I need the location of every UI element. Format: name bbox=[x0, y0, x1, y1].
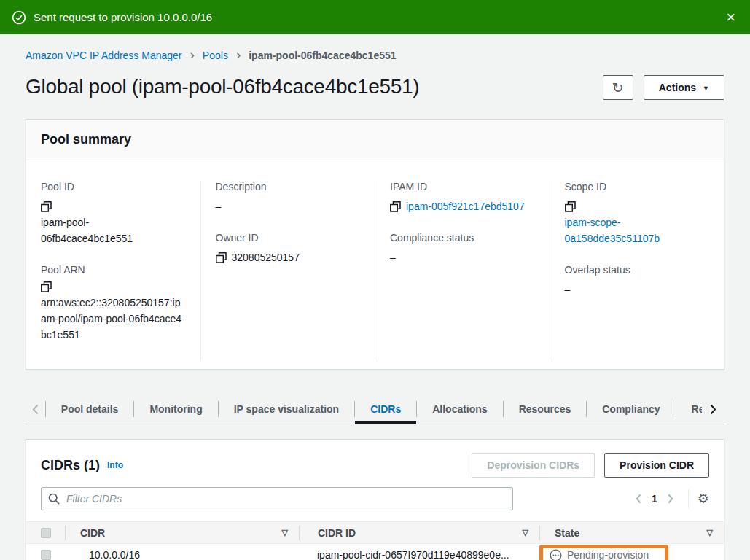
breadcrumb-separator-icon: › bbox=[236, 50, 241, 60]
chevron-left-icon bbox=[636, 494, 641, 504]
copy-icon[interactable] bbox=[565, 201, 576, 212]
tab-label: Compliancy bbox=[602, 403, 660, 415]
summary-column-4: Scope ID ipam-scope-0a158dde35c51107b Ov… bbox=[550, 181, 724, 360]
field-compliance-status: Compliance status – bbox=[390, 232, 535, 265]
search-icon bbox=[48, 493, 60, 505]
tab-label: Pool details bbox=[61, 403, 119, 415]
provision-cidr-button[interactable]: Provision CIDR bbox=[604, 453, 709, 478]
previous-page-button[interactable] bbox=[631, 494, 646, 504]
select-all-checkbox[interactable] bbox=[41, 528, 51, 538]
row-checkbox[interactable] bbox=[41, 550, 51, 560]
field-description: Description – bbox=[216, 181, 361, 214]
caret-down-icon: ▼ bbox=[703, 85, 709, 92]
overlap-status-value: – bbox=[565, 281, 710, 298]
tab-cidrs[interactable]: CIDRs bbox=[355, 394, 416, 424]
tab-label: CIDRs bbox=[370, 403, 401, 415]
cell-state: Pending-provision bbox=[539, 549, 724, 560]
actions-button[interactable]: Actions ▼ bbox=[644, 75, 724, 100]
field-pool-id: Pool ID ipam-pool-06fb4cace4bc1e551 bbox=[41, 181, 186, 246]
pending-icon bbox=[550, 549, 562, 560]
refresh-button[interactable]: ↻ bbox=[603, 75, 633, 100]
field-overlap-status: Overlap status – bbox=[565, 264, 710, 298]
field-label: Owner ID bbox=[216, 232, 361, 244]
sort-icon[interactable]: ▽ bbox=[707, 528, 713, 537]
owner-id-value: 320805250157 bbox=[232, 252, 300, 263]
cidrs-panel: CIDRs (1) Info Deprovision CIDRs Provisi… bbox=[26, 439, 724, 560]
pool-summary-header: Pool summary bbox=[26, 120, 724, 160]
cell-cidr: 10.0.0.0/16 bbox=[89, 549, 140, 560]
refresh-icon: ↻ bbox=[612, 79, 624, 96]
field-label: Pool ID bbox=[41, 181, 186, 192]
tabs-scroll-left-button[interactable] bbox=[26, 394, 45, 424]
compliance-status-value: – bbox=[390, 249, 535, 265]
tab-allocations[interactable]: Allocations bbox=[417, 394, 502, 424]
column-header-cidr-id[interactable]: CIDR ID bbox=[318, 527, 356, 539]
filter-input-box bbox=[41, 487, 513, 510]
tab-label: Allocations bbox=[432, 403, 487, 415]
table-header: CIDR ▽ CIDR ID ▽ State ▽ bbox=[26, 521, 724, 544]
tab-label: Reso bbox=[692, 403, 703, 415]
field-label: Scope ID bbox=[565, 181, 710, 192]
sort-icon[interactable]: ▽ bbox=[282, 528, 288, 537]
field-label: IPAM ID bbox=[390, 181, 535, 192]
pool-arn-value: arn:aws:ec2::320805250157:ipam-pool/ipam… bbox=[41, 297, 181, 341]
breadcrumb-link-pools[interactable]: Pools bbox=[203, 50, 228, 61]
cidrs-title: CIDRs (1) bbox=[41, 458, 100, 473]
copy-icon[interactable] bbox=[390, 201, 401, 212]
chevron-right-icon bbox=[710, 404, 716, 415]
field-label: Compliance status bbox=[390, 232, 535, 244]
summary-column-1: Pool ID ipam-pool-06fb4cace4bc1e551 Pool… bbox=[26, 181, 200, 360]
sort-icon[interactable]: ▽ bbox=[523, 528, 528, 537]
copy-icon[interactable] bbox=[41, 281, 181, 292]
tab-resource-truncated[interactable]: Reso bbox=[676, 394, 703, 424]
summary-column-2: Description – Owner ID 320805250157 bbox=[200, 181, 375, 360]
table-row: 10.0.0.0/16 ipam-pool-cidr-0657f970d119e… bbox=[26, 544, 724, 560]
tab-label: Resources bbox=[519, 403, 571, 415]
tab-monitoring[interactable]: Monitoring bbox=[134, 394, 217, 424]
field-label: Pool ARN bbox=[41, 264, 186, 276]
column-header-cidr[interactable]: CIDR bbox=[80, 527, 105, 539]
field-label: Overlap status bbox=[565, 264, 710, 276]
breadcrumb-link-ipam[interactable]: Amazon VPC IP Address Manager bbox=[26, 50, 182, 61]
breadcrumb: Amazon VPC IP Address Manager › Pools › … bbox=[26, 50, 724, 61]
column-header-state[interactable]: State bbox=[555, 527, 579, 539]
pool-id-value: ipam-pool-06fb4cace4bc1e551 bbox=[41, 214, 176, 246]
actions-button-label: Actions bbox=[659, 82, 696, 93]
tab-bar: Pool details Monitoring IP space visuali… bbox=[26, 394, 724, 424]
description-value: – bbox=[216, 198, 361, 214]
filter-cidrs-input[interactable] bbox=[65, 492, 506, 505]
chevron-right-icon bbox=[668, 494, 673, 504]
deprovision-cidrs-button[interactable]: Deprovision CIDRs bbox=[472, 453, 595, 478]
banner-message: Sent request to provision 10.0.0.0/16 bbox=[34, 11, 212, 23]
next-page-button[interactable] bbox=[663, 494, 678, 504]
tab-pool-details[interactable]: Pool details bbox=[46, 394, 134, 424]
check-circle-icon bbox=[12, 10, 26, 25]
info-link[interactable]: Info bbox=[107, 460, 123, 470]
state-badge: Pending-provision bbox=[567, 549, 649, 560]
field-ipam-id: IPAM ID ipam-005f921c17ebd5107 bbox=[390, 181, 535, 214]
tab-compliancy[interactable]: Compliancy bbox=[587, 394, 675, 424]
field-pool-arn: Pool ARN arn:aws:ec2::320805250157:ipam-… bbox=[41, 264, 186, 343]
tab-resources[interactable]: Resources bbox=[504, 394, 587, 424]
scope-id-link[interactable]: ipam-scope-0a158dde35c51107b bbox=[565, 214, 700, 246]
copy-icon[interactable] bbox=[216, 252, 227, 263]
copy-icon[interactable] bbox=[41, 201, 52, 212]
summary-column-3: IPAM ID ipam-005f921c17ebd5107 Complianc… bbox=[375, 181, 550, 360]
page-title: Global pool (ipam-pool-06fb4cace4bc1e551… bbox=[26, 75, 419, 98]
chevron-left-icon bbox=[32, 404, 39, 415]
field-owner-id: Owner ID 320805250157 bbox=[216, 232, 361, 265]
success-banner: Sent request to provision 10.0.0.0/16 × bbox=[0, 0, 750, 34]
preferences-gear-icon[interactable]: ⚙ bbox=[698, 491, 709, 507]
ipam-id-link[interactable]: ipam-005f921c17ebd5107 bbox=[406, 201, 525, 212]
field-label: Description bbox=[216, 181, 361, 192]
tabs-scroll-right-button[interactable] bbox=[702, 394, 724, 424]
tab-label: IP space visualization bbox=[234, 403, 339, 415]
tab-label: Monitoring bbox=[149, 403, 202, 415]
pagination: 1 ⚙ bbox=[631, 489, 709, 508]
breadcrumb-current: ipam-pool-06fb4cace4bc1e551 bbox=[249, 50, 396, 61]
tab-ip-space-visualization[interactable]: IP space visualization bbox=[219, 394, 354, 424]
close-icon[interactable]: × bbox=[723, 9, 738, 26]
cell-cidr-id: ipam-pool-cidr-0657f970d119e40899e0e... bbox=[317, 549, 509, 560]
breadcrumb-separator-icon: › bbox=[190, 50, 195, 60]
current-page[interactable]: 1 bbox=[652, 493, 657, 505]
